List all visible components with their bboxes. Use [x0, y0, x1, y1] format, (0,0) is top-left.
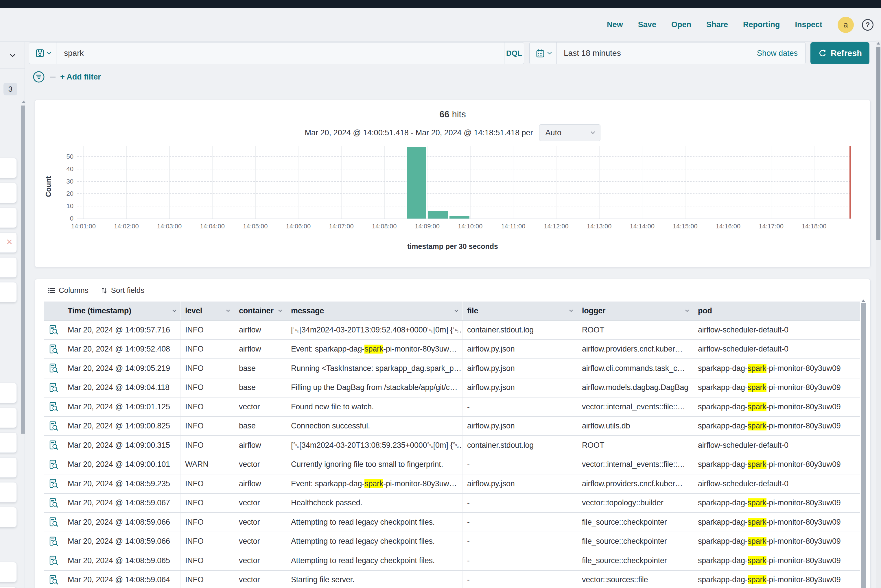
- expand-document-button[interactable]: [44, 532, 63, 551]
- nav-open[interactable]: Open: [671, 20, 691, 29]
- field-card[interactable]: [0, 282, 17, 302]
- column-header-file[interactable]: file: [462, 302, 577, 320]
- cell-time: Mar 20, 2024 @ 14:09:52.408: [63, 340, 180, 359]
- cell-message: Attempting to read legacy checkpoint fil…: [286, 513, 462, 532]
- column-header-time-timestamp-[interactable]: Time (timestamp): [63, 302, 180, 320]
- page-scrollbar-thumb[interactable]: [876, 47, 880, 240]
- cell-container: vector: [234, 551, 286, 570]
- time-range-value[interactable]: Last 18 minutes: [557, 42, 757, 64]
- sidebar-scroll-up-icon[interactable]: [22, 100, 26, 103]
- inspect-document-icon: [48, 459, 59, 470]
- refresh-button[interactable]: Refresh: [810, 42, 869, 64]
- cell-pod: airflow-scheduler-default-0: [693, 474, 860, 493]
- expand-document-button[interactable]: [44, 494, 63, 513]
- expand-document-button[interactable]: [44, 340, 63, 359]
- show-dates-button[interactable]: Show dates: [757, 42, 805, 64]
- expand-document-button[interactable]: [44, 474, 63, 493]
- table-row: Mar 20, 2024 @ 14:09:01.125INFOvectorFou…: [44, 398, 860, 417]
- column-header-message[interactable]: message: [286, 302, 462, 320]
- field-card[interactable]: [0, 587, 17, 588]
- filter-icon[interactable]: [32, 70, 45, 83]
- nav-new[interactable]: New: [607, 20, 623, 29]
- table-scrollbar[interactable]: [861, 303, 866, 588]
- field-card[interactable]: [0, 408, 17, 428]
- expand-document-button[interactable]: [44, 513, 63, 532]
- index-pattern-selector[interactable]: [0, 42, 25, 69]
- expand-document-button[interactable]: [44, 398, 63, 416]
- field-card[interactable]: [0, 183, 17, 203]
- cell-logger: vector::sources::file: [577, 571, 693, 588]
- grid-line: [513, 146, 513, 219]
- field-card[interactable]: [0, 208, 17, 228]
- cell-file: -: [462, 455, 577, 474]
- cell-pod: sparkapp-dag-spark-pi-monitor-80y3uw09: [693, 359, 860, 378]
- field-card[interactable]: [0, 507, 17, 527]
- expand-document-button[interactable]: [44, 551, 63, 570]
- cell-pod: sparkapp-dag-spark-pi-monitor-80y3uw09: [693, 455, 860, 474]
- x-tick-label: 14:10:00: [450, 223, 490, 230]
- nav-share[interactable]: Share: [706, 20, 728, 29]
- cell-message: Event: sparkapp-dag-spark-pi-monitor-80y…: [286, 474, 462, 493]
- table-row: Mar 20, 2024 @ 14:09:00.101WARNvectorCur…: [44, 455, 860, 475]
- field-card[interactable]: ×: [0, 232, 17, 253]
- grid-line: [77, 206, 851, 206]
- field-card[interactable]: [0, 458, 17, 478]
- nav-save[interactable]: Save: [638, 20, 656, 29]
- expand-column-header: [44, 302, 63, 320]
- field-card[interactable]: [0, 257, 17, 278]
- field-card[interactable]: [0, 158, 17, 178]
- date-quick-select-button[interactable]: [529, 42, 557, 64]
- cell-logger: ROOT: [577, 436, 693, 455]
- top-dark-bar: [0, 0, 881, 8]
- interval-select[interactable]: Auto: [539, 124, 600, 141]
- column-header-pod[interactable]: pod: [693, 302, 860, 320]
- table-scroll-up-icon[interactable]: [861, 300, 865, 302]
- fields-sidebar: 3 ×: [0, 42, 25, 588]
- column-header-container[interactable]: container: [234, 302, 286, 320]
- field-card[interactable]: [0, 562, 17, 582]
- field-card[interactable]: [0, 383, 17, 403]
- x-tick-label: 14:05:00: [235, 223, 276, 230]
- chevron-down-icon: [569, 308, 573, 312]
- chevron-down-icon: [591, 130, 595, 134]
- chevron-down-icon: [454, 308, 458, 312]
- expand-document-button[interactable]: [44, 436, 63, 455]
- remove-field-icon[interactable]: ×: [6, 237, 12, 247]
- column-header-level[interactable]: level: [180, 302, 234, 320]
- grid-line: [298, 146, 299, 219]
- histogram-bar[interactable]: [450, 216, 469, 219]
- expand-document-button[interactable]: [44, 455, 63, 474]
- add-filter-button[interactable]: + Add filter: [60, 72, 101, 81]
- histogram-bar[interactable]: [428, 211, 448, 219]
- cell-container: vector: [234, 398, 286, 416]
- nav-reporting[interactable]: Reporting: [743, 20, 780, 29]
- x-tick-label: 14:01:00: [63, 223, 104, 230]
- nav-inspect[interactable]: Inspect: [795, 20, 822, 29]
- expand-document-button[interactable]: [44, 571, 63, 588]
- cell-level: INFO: [180, 321, 234, 339]
- saved-query-menu-button[interactable]: [29, 42, 56, 64]
- y-tick-label: 40: [56, 165, 74, 173]
- help-icon[interactable]: ?: [862, 19, 873, 31]
- search-input[interactable]: spark: [56, 42, 504, 64]
- table-row: Mar 20, 2024 @ 14:09:05.219INFObaseRunni…: [44, 359, 860, 378]
- page-scroll-up-icon[interactable]: [876, 42, 880, 45]
- field-card[interactable]: [0, 482, 17, 502]
- histogram-bar[interactable]: [407, 147, 426, 219]
- query-language-button[interactable]: DQL: [504, 42, 524, 64]
- sort-fields-button[interactable]: Sort fields: [101, 286, 144, 295]
- y-tick-label: 50: [56, 153, 74, 160]
- column-header-logger[interactable]: logger: [577, 302, 693, 320]
- cell-pod: airflow-scheduler-default-0: [693, 340, 860, 359]
- expand-document-button[interactable]: [44, 417, 63, 436]
- sidebar-scrollbar[interactable]: [21, 105, 25, 434]
- field-card[interactable]: [0, 432, 17, 453]
- expand-document-button[interactable]: [44, 359, 63, 378]
- y-tick-label: 30: [56, 178, 74, 185]
- expand-document-button[interactable]: [44, 321, 63, 339]
- grid-line: [169, 146, 170, 219]
- grid-line: [212, 146, 213, 219]
- columns-button[interactable]: Columns: [48, 286, 89, 295]
- expand-document-button[interactable]: [44, 378, 63, 397]
- avatar[interactable]: a: [837, 17, 854, 33]
